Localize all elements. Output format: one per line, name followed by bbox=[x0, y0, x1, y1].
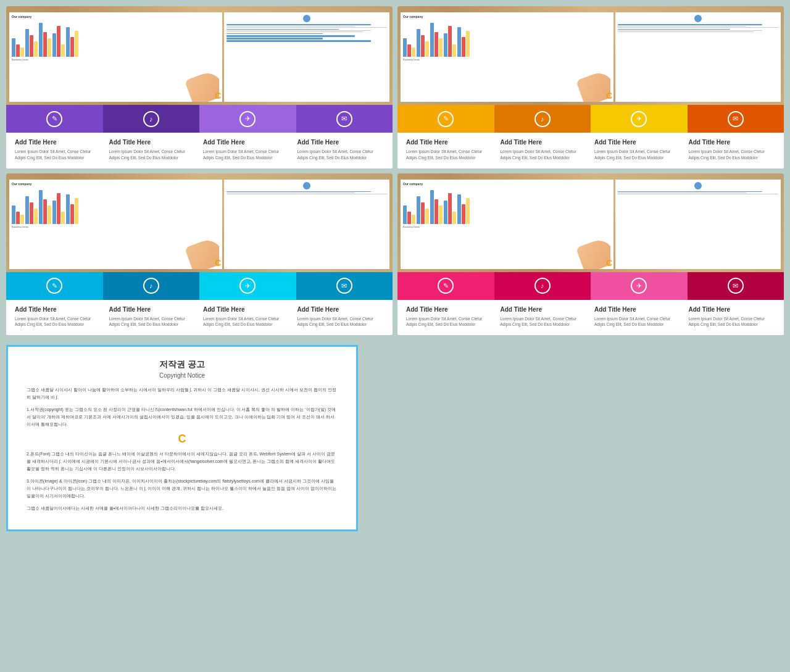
chart-paper: Our company bbox=[401, 12, 613, 102]
icon-segment-1: ✎ bbox=[6, 105, 103, 133]
chart-footer: Business Items bbox=[403, 225, 611, 228]
slide-card-blue[interactable]: Our company bbox=[6, 173, 393, 336]
bar bbox=[444, 201, 447, 224]
bar bbox=[25, 29, 29, 57]
content-title-2: Add Title Here bbox=[501, 139, 588, 146]
bar bbox=[43, 199, 47, 224]
resume-line bbox=[227, 24, 371, 25]
chart-label: Our company bbox=[403, 182, 611, 186]
slide-card-yellow[interactable]: Our company bbox=[397, 6, 784, 168]
send-icon: ✉ bbox=[728, 111, 744, 127]
avatar-circle bbox=[303, 182, 310, 189]
resume-line bbox=[227, 29, 339, 30]
chart-footer: Business Items bbox=[403, 58, 611, 61]
content-col-3: Add Title Here Lorem Ipsum Dolor Sit Ame… bbox=[591, 306, 685, 328]
content-col-1: Add Title Here Lorem Ipsum Dolor Sit Ame… bbox=[11, 306, 106, 328]
content-section-blue: Add Title Here Lorem Ipsum Dolor Sit Ame… bbox=[6, 300, 393, 336]
content-title-4: Add Title Here bbox=[689, 306, 776, 313]
slide-card-pink[interactable]: Our company bbox=[397, 173, 784, 336]
bar-group bbox=[430, 23, 443, 57]
hand-overlay bbox=[182, 238, 219, 269]
icon-segment-4: ✉ bbox=[688, 105, 784, 133]
icon-bar-purple: ✎ ♪ ✈ ✉ bbox=[6, 105, 393, 133]
chart-label: Our company bbox=[403, 15, 611, 19]
sound-icon: ♪ bbox=[143, 278, 159, 294]
content-title-4: Add Title Here bbox=[689, 139, 776, 146]
skill-bars bbox=[227, 35, 387, 43]
send-icon: ✉ bbox=[336, 111, 352, 127]
bar-chart bbox=[403, 20, 611, 57]
content-title-1: Add Title Here bbox=[15, 306, 102, 313]
rocket-icon: ✈ bbox=[239, 278, 256, 294]
resume-line bbox=[618, 194, 778, 194]
resume-line bbox=[227, 31, 363, 32]
slide-row-1: Our company bbox=[6, 6, 784, 168]
resume-avatar-area bbox=[618, 15, 778, 22]
slide-image-yellow: Our company bbox=[397, 6, 784, 105]
content-col-2: Add Title Here Lorem Ipsum Dolor Sit Ame… bbox=[106, 306, 200, 328]
bar bbox=[61, 212, 65, 224]
slide-row-2: Our company bbox=[6, 173, 784, 336]
bar bbox=[52, 201, 56, 224]
content-title-4: Add Title Here bbox=[297, 306, 385, 313]
bar bbox=[407, 44, 411, 57]
icon-segment-2: ♪ bbox=[103, 272, 200, 300]
bar bbox=[439, 38, 443, 57]
bar bbox=[30, 35, 33, 57]
skill-bar bbox=[227, 35, 355, 37]
content-col-3: Add Title Here Lorem Ipsum Dolor Sit Ame… bbox=[199, 306, 294, 328]
content-col-4: Add Title Here Lorem Ipsum Dolor Sit Ame… bbox=[294, 306, 388, 328]
bar bbox=[434, 199, 438, 224]
bar bbox=[452, 212, 456, 224]
slide-content-area: Our company bbox=[401, 180, 781, 269]
content-section-yellow: Add Title Here Lorem Ipsum Dolor Sit Ame… bbox=[397, 133, 784, 168]
bar bbox=[407, 212, 411, 224]
content-title-3: Add Title Here bbox=[203, 306, 290, 313]
bar bbox=[403, 38, 407, 57]
icon-segment-1: ✎ bbox=[397, 272, 494, 300]
bar-group bbox=[444, 26, 456, 57]
content-col-1: Add Title Here Lorem Ipsum Dolor Sit Ame… bbox=[11, 139, 106, 161]
resume-line bbox=[227, 33, 323, 34]
main-container: Our company bbox=[6, 6, 784, 531]
hand-shape bbox=[185, 238, 219, 269]
bar bbox=[448, 193, 452, 224]
bar bbox=[30, 202, 33, 224]
bar-group-4 bbox=[52, 26, 65, 57]
content-title-3: Add Title Here bbox=[594, 139, 681, 146]
content-title-1: Add Title Here bbox=[406, 139, 493, 146]
icon-segment-2: ♪ bbox=[103, 105, 200, 133]
send-icon: ✉ bbox=[336, 278, 352, 294]
bar-group bbox=[417, 29, 429, 57]
slide-card-purple[interactable]: Our company bbox=[6, 6, 393, 168]
content-title-1: Add Title Here bbox=[406, 306, 493, 313]
resume-paper bbox=[224, 180, 389, 269]
watermark-c: C bbox=[215, 258, 221, 268]
bar bbox=[61, 44, 65, 57]
resume-line bbox=[227, 193, 355, 193]
content-col-3: Add Title Here Lorem Ipsum Dolor Sit Ame… bbox=[199, 139, 294, 161]
bar bbox=[434, 32, 438, 57]
content-body-2: Lorem Ipsum Dolor Sit Amet, Conse Ctetur… bbox=[501, 316, 588, 328]
content-title-2: Add Title Here bbox=[109, 139, 196, 146]
chart-footer: Business Items bbox=[12, 58, 220, 61]
content-col-1: Add Title Here Lorem Ipsum Dolor Sit Ame… bbox=[402, 306, 497, 328]
hand-shape bbox=[576, 238, 610, 269]
edit-icon: ✎ bbox=[46, 111, 62, 127]
empty-space-right bbox=[363, 340, 784, 525]
bar bbox=[444, 33, 447, 57]
bar bbox=[34, 209, 38, 224]
hand-overlay bbox=[573, 71, 610, 102]
content-col-2: Add Title Here Lorem Ipsum Dolor Sit Ame… bbox=[106, 139, 200, 161]
icon-segment-3: ✈ bbox=[591, 272, 688, 300]
bar bbox=[12, 205, 15, 224]
bar bbox=[462, 204, 465, 224]
resume-line bbox=[227, 26, 355, 27]
avatar-circle bbox=[694, 15, 702, 22]
edit-icon: ✎ bbox=[46, 278, 62, 294]
bar-group bbox=[66, 194, 78, 224]
icon-segment-4: ✉ bbox=[688, 272, 784, 300]
bar bbox=[48, 205, 51, 224]
bar-group bbox=[403, 38, 415, 57]
chart-paper: Our company bbox=[9, 180, 222, 269]
